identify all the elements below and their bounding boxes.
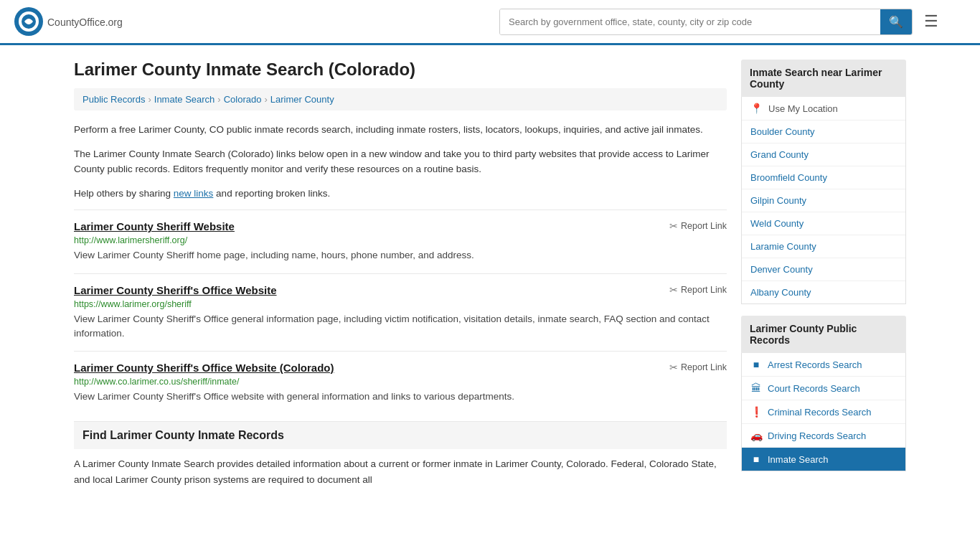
svg-point-3 (27, 19, 31, 24)
sidebar-record-court[interactable]: 🏛 Court Records Search (742, 377, 905, 400)
result-item-3: Larimer County Sheriff's Office Website … (74, 351, 727, 414)
sidebar-nearby-section: Inmate Search near Larimer County 📍 Use … (741, 60, 906, 304)
result-desc-3: View Larimer County Sheriff's Office web… (74, 390, 727, 404)
result-title-1[interactable]: Larimer County Sheriff Website (74, 220, 235, 232)
description-2: The Larimer County Inmate Search (Colora… (74, 146, 727, 177)
use-location-label: Use My Location (768, 103, 838, 114)
sidebar-item-laramie[interactable]: Laramie County (742, 235, 905, 258)
result-item-1: Larimer County Sheriff Website ✂ Report … (74, 209, 727, 273)
find-section-desc: A Larimer County Inmate Search provides … (74, 449, 727, 494)
report-link-2[interactable]: ✂ Report Link (669, 284, 727, 296)
driving-icon: 🚗 (750, 430, 762, 441)
search-area: 🔍 ☰ (499, 9, 944, 35)
result-item-2: Larimer County Sheriff's Office Website … (74, 273, 727, 352)
new-links-link[interactable]: new links (174, 188, 214, 199)
result-url-1[interactable]: http://www.larimersheriff.org/ (74, 235, 727, 245)
court-icon: 🏛 (750, 382, 762, 394)
sidebar-item-grand[interactable]: Grand County (742, 143, 905, 166)
result-url-2[interactable]: https://www.larimer.org/sheriff (74, 299, 727, 309)
sidebar: Inmate Search near Larimer County 📍 Use … (741, 60, 906, 495)
sidebar-item-albany[interactable]: Albany County (742, 281, 905, 303)
search-box: 🔍 (499, 9, 913, 35)
arrest-icon: ■ (750, 359, 762, 370)
scissors-icon-2: ✂ (669, 284, 678, 296)
sidebar-use-location[interactable]: 📍 Use My Location (742, 97, 905, 121)
sidebar-item-weld[interactable]: Weld County (742, 212, 905, 235)
sidebar-record-driving[interactable]: 🚗 Driving Records Search (742, 424, 905, 448)
sidebar-nearby-list: 📍 Use My Location Boulder County Grand C… (741, 97, 906, 304)
criminal-icon: ❗ (750, 406, 762, 418)
sidebar-item-boulder[interactable]: Boulder County (742, 121, 905, 143)
breadcrumb-inmate-search[interactable]: Inmate Search (154, 94, 215, 105)
result-desc-1: View Larimer County Sheriff home page, i… (74, 248, 727, 263)
main-container: Larimer County Inmate Search (Colorado) … (60, 45, 920, 509)
report-link-3[interactable]: ✂ Report Link (669, 362, 727, 373)
sidebar-records-heading: Larimer County Public Records (741, 316, 906, 353)
breadcrumb-colorado[interactable]: Colorado (224, 94, 262, 105)
description-1: Perform a free Larimer County, CO public… (74, 122, 727, 138)
logo-text: CountyOffice.org (47, 14, 123, 29)
result-title-3[interactable]: Larimer County Sheriff's Office Website … (74, 362, 334, 374)
sidebar-record-inmate[interactable]: ■ Inmate Search (742, 448, 905, 471)
result-url-3[interactable]: http://www.co.larimer.co.us/sheriff/inma… (74, 377, 727, 387)
location-icon: 📍 (750, 103, 763, 114)
content-area: Larimer County Inmate Search (Colorado) … (74, 60, 727, 495)
sidebar-nearby-heading: Inmate Search near Larimer County (741, 60, 906, 97)
sidebar-item-broomfield[interactable]: Broomfield County (742, 166, 905, 189)
report-link-1[interactable]: ✂ Report Link (669, 220, 727, 232)
logo-area[interactable]: CountyOffice.org (14, 7, 123, 36)
search-input[interactable] (500, 9, 880, 34)
description-3: Help others by sharing new links and rep… (74, 186, 727, 202)
sidebar-record-arrest[interactable]: ■ Arrest Records Search (742, 353, 905, 377)
site-header: CountyOffice.org 🔍 ☰ (0, 0, 980, 45)
breadcrumb-public-records[interactable]: Public Records (83, 94, 145, 105)
page-title: Larimer County Inmate Search (Colorado) (74, 60, 727, 80)
search-button[interactable]: 🔍 (880, 9, 912, 34)
inmate-icon: ■ (750, 453, 762, 465)
breadcrumb: Public Records › Inmate Search › Colorad… (74, 88, 727, 110)
menu-button[interactable]: ☰ (918, 9, 944, 34)
sidebar-records-section: Larimer County Public Records ■ Arrest R… (741, 316, 906, 471)
sidebar-record-criminal[interactable]: ❗ Criminal Records Search (742, 400, 905, 424)
sidebar-item-denver[interactable]: Denver County (742, 258, 905, 281)
logo-icon (14, 7, 43, 36)
find-section-heading: Find Larimer County Inmate Records (74, 421, 727, 449)
breadcrumb-larimer-county[interactable]: Larimer County (270, 94, 334, 105)
scissors-icon-1: ✂ (669, 220, 678, 232)
sidebar-item-gilpin[interactable]: Gilpin County (742, 189, 905, 212)
scissors-icon-3: ✂ (669, 362, 678, 373)
result-desc-2: View Larimer County Sheriff's Office gen… (74, 312, 727, 342)
result-title-2[interactable]: Larimer County Sheriff's Office Website (74, 284, 277, 296)
sidebar-records-list: ■ Arrest Records Search 🏛 Court Records … (741, 353, 906, 471)
